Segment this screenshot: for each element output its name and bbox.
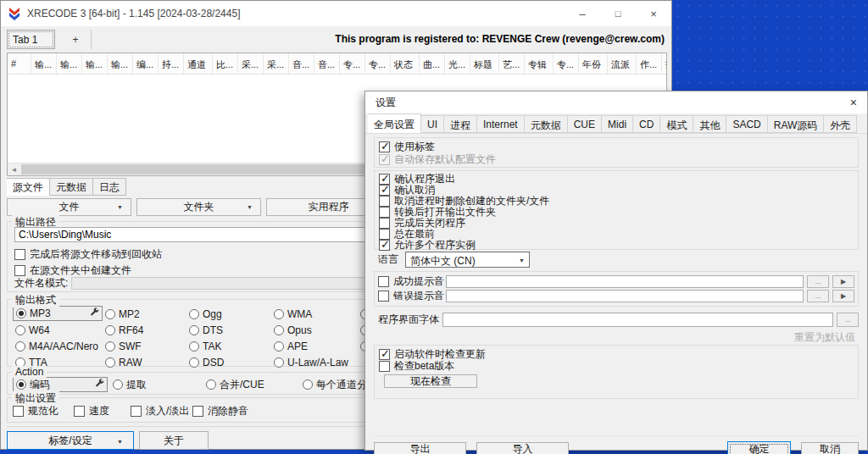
column-header[interactable]: 光... [445,53,470,74]
checkbox[interactable] [379,361,390,372]
format-radio-option[interactable]: MP3 [13,306,103,321]
settings-tab[interactable]: Midi [602,115,633,133]
column-header[interactable]: # [8,53,31,74]
column-header[interactable]: 专... [554,53,579,74]
radio-button[interactable] [113,379,123,390]
radio-button[interactable] [105,341,115,352]
settings-tab[interactable]: Internet [477,115,525,133]
settings-tab[interactable]: 全局设置 [368,114,421,133]
wrench-icon[interactable] [90,307,99,319]
settings-tab[interactable]: CD [633,115,660,133]
about-button[interactable]: 关于 [139,431,209,450]
checkbox[interactable] [379,240,390,251]
radio-button[interactable] [189,341,199,352]
column-header[interactable]: 艺... [499,53,525,74]
panel-tab[interactable]: 日志 [93,178,126,196]
format-radio-option[interactable]: RAW [103,354,186,370]
column-header[interactable]: 编... [133,53,159,74]
settings-tab[interactable]: 模式 [660,115,693,133]
checkbox[interactable] [379,207,390,218]
language-select[interactable]: 简体中文 (CN) ▼ [405,252,530,268]
format-radio-option[interactable]: RF64 [103,322,186,338]
action-radio-option[interactable]: 编码 [13,377,108,392]
checkbox[interactable] [379,218,390,229]
radio-button[interactable] [206,379,216,390]
format-radio-option[interactable]: Opus [271,322,358,338]
format-radio-option[interactable]: APE [271,338,358,354]
tags-settings-button[interactable]: 标签/设定 ▼ [7,431,134,450]
dialog-titlebar[interactable]: 设置 × [365,91,867,114]
radio-button[interactable] [105,325,115,335]
format-radio-option[interactable]: U-Law/A-Law [271,354,358,370]
checkbox[interactable] [379,141,390,152]
column-header[interactable]: 年份 [579,53,608,74]
format-radio-option[interactable]: DSD [186,354,271,370]
settings-tab[interactable]: UI [421,115,444,133]
maximize-icon[interactable]: □ [600,1,636,26]
settings-tab[interactable]: RAW源码 [768,115,825,133]
column-header[interactable]: 流派 [608,53,637,74]
radio-button[interactable] [189,309,199,319]
format-radio-option[interactable]: M4A/AAC/Nero [13,338,103,354]
settings-tab[interactable]: CUE [568,115,602,133]
radio-button[interactable] [15,325,25,335]
format-radio-option[interactable]: MP2 [103,306,186,322]
radio-button[interactable] [189,357,199,368]
scroll-left-icon[interactable]: ◄ [8,163,20,175]
checkbox[interactable] [14,265,25,276]
radio-button[interactable] [16,308,26,318]
action-radio-option[interactable]: 合并/CUE [203,377,298,392]
column-header[interactable]: 标题 [470,53,499,74]
radio-button[interactable] [274,341,284,352]
action-radio-option[interactable]: 提取 [110,377,201,392]
column-header[interactable]: 音... [314,53,340,74]
radio-button[interactable] [16,379,26,390]
checkbox[interactable] [379,154,390,165]
checkbox[interactable] [13,406,24,417]
browse-button[interactable]: ... [807,290,829,302]
panel-tab[interactable]: 源文件 [7,178,50,196]
column-header[interactable]: 采... [264,53,289,74]
format-radio-option[interactable]: W64 [13,322,103,338]
cancel-button[interactable]: 取消 [801,442,859,454]
column-header[interactable]: 音... [289,53,314,74]
format-radio-option[interactable]: SWF [103,338,186,354]
column-header[interactable]: 专辑 [525,53,554,74]
radio-button[interactable] [303,379,313,390]
radio-button[interactable] [189,325,199,335]
checkbox[interactable] [379,196,390,207]
toolbar-button[interactable]: 文件夹 ▼ [136,198,261,216]
column-header[interactable]: 输... [31,53,57,74]
column-header[interactable]: 专... [340,53,365,74]
radio-button[interactable] [274,309,284,319]
radio-button[interactable] [105,357,115,368]
play-icon[interactable]: ▶ [832,275,854,288]
format-radio-option[interactable]: Ogg [186,306,271,322]
settings-tab[interactable]: 其他 [693,115,726,133]
toolbar-button[interactable]: 文件 ▼ [7,198,131,216]
radio-button[interactable] [274,325,284,335]
radio-button[interactable] [274,357,284,368]
column-header[interactable]: 输... [57,53,82,74]
import-button[interactable]: 导入 [476,442,569,454]
column-header[interactable]: 专... [365,53,391,74]
browse-button[interactable]: ... [807,275,829,288]
ui-font-input[interactable] [442,313,833,327]
sound-path-input[interactable] [446,275,804,288]
settings-tab[interactable]: SACD [726,115,767,133]
column-header[interactable]: 持... [159,53,184,74]
play-icon[interactable]: ▶ [832,290,854,302]
column-header[interactable]: 作... [637,53,662,74]
minimize-icon[interactable]: – [565,1,600,26]
checkbox[interactable] [379,185,390,196]
close-icon[interactable]: × [636,1,671,26]
sound-path-input[interactable] [446,290,804,302]
format-radio-option[interactable]: WMA [271,306,358,322]
column-header[interactable]: 采... [238,53,264,74]
checkbox[interactable] [131,406,142,417]
checkbox[interactable] [74,406,85,417]
column-header[interactable]: 输... [82,53,108,74]
export-button[interactable]: 导出 [374,442,466,454]
radio-button[interactable] [15,341,25,352]
checkbox[interactable] [379,349,390,360]
